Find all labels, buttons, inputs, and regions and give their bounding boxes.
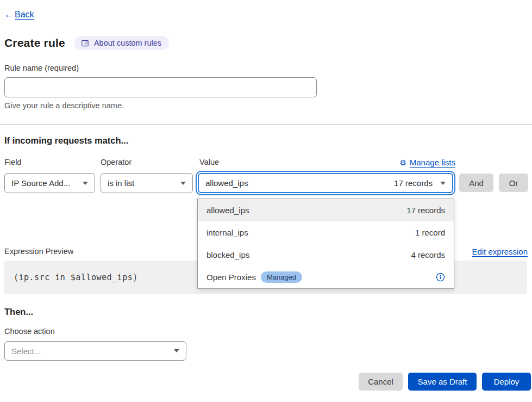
save-as-draft-button[interactable]: Save as Draft bbox=[408, 373, 477, 391]
chevron-down-icon bbox=[83, 182, 88, 185]
list-option-name: allowed_ips bbox=[206, 206, 249, 215]
back-arrow-icon: ← bbox=[4, 9, 14, 20]
list-option-count: 1 record bbox=[415, 228, 445, 237]
page-header: Create rule About custom rules bbox=[4, 36, 169, 50]
list-option-count: 4 records bbox=[411, 250, 445, 259]
list-option-blocked-ips[interactable]: blocked_ips 4 records bbox=[198, 244, 454, 266]
value-select-focus-ring: allowed_ips 17 records bbox=[196, 171, 455, 195]
list-option-name: blocked_ips bbox=[206, 250, 249, 259]
action-select[interactable]: Select... bbox=[4, 341, 186, 361]
operator-select[interactable]: is in list bbox=[101, 173, 193, 193]
chevron-down-icon bbox=[180, 182, 186, 185]
back-link-label: Back bbox=[15, 10, 34, 20]
list-option-name: internal_ips bbox=[206, 228, 248, 237]
chevron-down-icon bbox=[174, 349, 179, 352]
back-link[interactable]: ← Back bbox=[4, 9, 34, 20]
manage-lists-label: Manage lists bbox=[410, 158, 455, 167]
manage-lists-link[interactable]: ⚙ Manage lists bbox=[399, 158, 455, 167]
managed-badge: Managed bbox=[261, 271, 302, 283]
value-label: Value bbox=[199, 158, 219, 166]
list-option-open-proxies[interactable]: Open Proxies Managed bbox=[198, 266, 454, 288]
action-select-placeholder: Select... bbox=[11, 347, 41, 356]
expression-code: (ip.src in $allowed_ips) bbox=[14, 273, 138, 282]
list-option-internal-ips[interactable]: internal_ips 1 record bbox=[198, 221, 454, 244]
match-heading: If incoming requests match... bbox=[4, 135, 128, 146]
field-select[interactable]: IP Source Add... bbox=[4, 173, 95, 193]
list-dropdown-menu: allowed_ips 17 records internal_ips 1 re… bbox=[197, 199, 454, 289]
list-option-name: Open Proxies bbox=[206, 273, 256, 282]
list-option-count: 17 records bbox=[406, 206, 445, 215]
value-select[interactable]: allowed_ips 17 records bbox=[198, 173, 453, 193]
edit-expression-link[interactable]: Edit expression bbox=[472, 247, 528, 256]
or-button[interactable]: Or bbox=[499, 174, 528, 192]
field-select-value: IP Source Add... bbox=[11, 178, 70, 188]
book-icon bbox=[81, 39, 89, 47]
about-custom-rules-link[interactable]: About custom rules bbox=[74, 36, 169, 50]
info-icon[interactable] bbox=[436, 273, 445, 282]
then-heading: Then... bbox=[4, 307, 33, 317]
create-rule-page: { "back": { "arrow": "←", "label": "Back… bbox=[0, 0, 532, 402]
page-title: Create rule bbox=[4, 36, 65, 50]
expression-preview-label: Expression Preview bbox=[4, 247, 73, 256]
and-button[interactable]: And bbox=[459, 174, 493, 192]
operator-select-value: is in list bbox=[108, 178, 134, 188]
rule-name-label: Rule name (required) bbox=[4, 64, 79, 72]
field-label: Field bbox=[4, 158, 21, 166]
gear-icon: ⚙ bbox=[399, 159, 406, 166]
choose-action-label: Choose action bbox=[4, 327, 55, 336]
operator-label: Operator bbox=[101, 158, 132, 166]
cancel-button[interactable]: Cancel bbox=[359, 373, 403, 391]
chevron-down-icon bbox=[440, 182, 446, 185]
rule-name-helper: Give your rule a descriptive name. bbox=[4, 101, 124, 110]
list-option-allowed-ips[interactable]: allowed_ips 17 records bbox=[198, 199, 454, 221]
value-select-count: 17 records bbox=[394, 178, 433, 188]
deploy-button[interactable]: Deploy bbox=[482, 373, 531, 391]
about-badge-label: About custom rules bbox=[94, 39, 161, 47]
rule-name-input[interactable] bbox=[4, 77, 317, 97]
value-select-name: allowed_ips bbox=[205, 178, 248, 188]
section-divider bbox=[0, 124, 532, 125]
